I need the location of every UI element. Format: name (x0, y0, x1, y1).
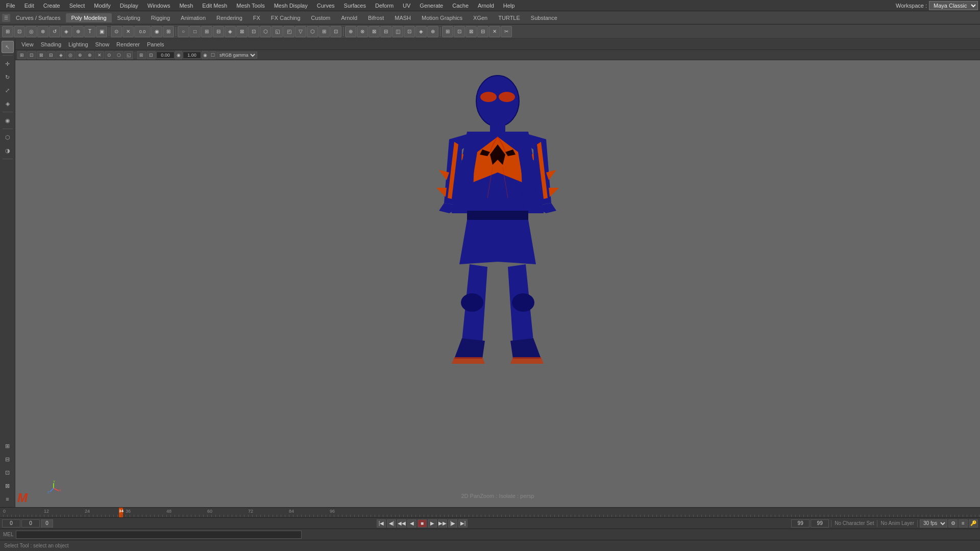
vp-input-field[interactable] (156, 52, 175, 59)
shelf-tab-fx-caching[interactable]: FX Caching (266, 13, 305, 22)
tool-lasso[interactable]: ⬡ (2, 131, 14, 143)
vp-menu-lighting[interactable]: Lighting (65, 40, 91, 48)
tb-btn-28[interactable]: ⊕ (345, 26, 356, 37)
menu-item-edit-mesh[interactable]: Edit Mesh (198, 2, 231, 10)
menu-item-modify[interactable]: Modify (90, 2, 114, 10)
tool-paint[interactable]: ◑ (2, 144, 14, 157)
tool-universal[interactable]: ◈ (2, 97, 14, 110)
tb-btn-6[interactable]: ◈ (61, 26, 72, 37)
tool-move[interactable]: ✛ (2, 58, 14, 70)
tb-btn-25[interactable]: ⬡ (307, 26, 318, 37)
vp-tool-6[interactable]: ◎ (66, 51, 75, 59)
tb-btn-22[interactable]: ◱ (272, 26, 283, 37)
vp-tool-2[interactable]: ⊡ (27, 51, 36, 59)
shelf-tab-xgen[interactable]: XGen (468, 13, 493, 22)
menu-item-arnold[interactable]: Arnold (474, 2, 498, 10)
vp-menu-panels[interactable]: Panels (144, 40, 167, 48)
playback-current-input[interactable] (21, 519, 40, 528)
menu-item-cache[interactable]: Cache (448, 2, 473, 10)
vp-tool-3[interactable]: ⊠ (37, 51, 46, 59)
menu-item-uv[interactable]: UV (399, 2, 414, 10)
pb-goto-start[interactable]: |◀ (377, 519, 386, 528)
menu-item-deform[interactable]: Deform (371, 2, 398, 10)
timeline-ruler[interactable]: 0 12 24 36 48 60 72 84 96 34 (3, 508, 980, 518)
tb-btn-29[interactable]: ⊗ (357, 26, 368, 37)
vp-tool-11[interactable]: ⬡ (114, 51, 124, 59)
menu-item-curves[interactable]: Curves (313, 2, 339, 10)
vp-tool-13[interactable]: ⊞ (137, 51, 146, 59)
tool-rotate[interactable]: ↻ (2, 71, 14, 83)
timeline-area[interactable]: 0 12 24 36 48 60 72 84 96 34 (0, 507, 980, 517)
tb-btn-24[interactable]: ▽ (295, 26, 306, 37)
vp-menu-show[interactable]: Show (92, 40, 113, 48)
tb-btn-14[interactable]: ○ (178, 26, 189, 37)
tb-btn-1[interactable]: ⊞ (2, 26, 13, 37)
tool-panel-4[interactable]: ⊠ (2, 480, 14, 492)
menu-item-surfaces[interactable]: Surfaces (340, 2, 370, 10)
tool-panel-2[interactable]: ⊟ (2, 453, 14, 465)
tb-btn-36[interactable]: ⊞ (442, 26, 453, 37)
tb-btn-16[interactable]: ⊞ (201, 26, 212, 37)
tool-select[interactable]: ↖ (2, 41, 14, 53)
tb-btn-8[interactable]: T (84, 26, 95, 37)
pb-auto-key[interactable]: 🔑 (969, 519, 978, 528)
tb-value-field[interactable]: 0.0 (134, 26, 151, 37)
tb-btn-4[interactable]: ⊗ (37, 26, 48, 37)
vp-tool-5[interactable]: ◈ (56, 51, 65, 59)
pb-step-back-key[interactable]: ◀| (387, 519, 396, 528)
tb-btn-39[interactable]: ⊟ (477, 26, 488, 37)
tb-btn-13[interactable]: ⊞ (163, 26, 174, 37)
tb-btn-31[interactable]: ⊟ (380, 26, 391, 37)
vp-input-field-2[interactable] (183, 52, 201, 59)
shelf-tab-motion-graphics[interactable]: Motion Graphics (416, 13, 468, 22)
pb-goto-end[interactable]: ▶| (458, 519, 468, 528)
tb-btn-9[interactable]: ▣ (96, 26, 107, 37)
tb-btn-27[interactable]: ⊡ (330, 26, 341, 37)
menu-item-help[interactable]: Help (499, 2, 519, 10)
tool-panel-5[interactable]: ≡ (2, 493, 14, 505)
tb-btn-30[interactable]: ⊠ (369, 26, 380, 37)
tb-btn-26[interactable]: ⊞ (318, 26, 330, 37)
tb-btn-19[interactable]: ⊠ (236, 26, 248, 37)
shelf-tab-poly-modeling[interactable]: Poly Modeling (66, 13, 111, 22)
pb-play-back[interactable]: ◀ (407, 519, 416, 528)
vp-tool-4[interactable]: ⊟ (46, 51, 56, 59)
playback-frame-display[interactable]: 0 (41, 519, 53, 528)
tool-panel-1[interactable]: ⊞ (2, 440, 14, 452)
shelf-tab-substance[interactable]: Substance (526, 13, 562, 22)
vp-tool-12[interactable]: ◱ (124, 51, 133, 59)
vp-menu-shading[interactable]: Shading (38, 40, 64, 48)
tb-btn-5[interactable]: ↺ (49, 26, 60, 37)
tb-btn-37[interactable]: ⊡ (454, 26, 465, 37)
playback-start-input[interactable] (2, 519, 20, 528)
pb-frame-count[interactable] (811, 519, 829, 528)
vp-tool-17[interactable]: ☐ (209, 51, 216, 59)
menu-item-mesh-display[interactable]: Mesh Display (270, 2, 312, 10)
pb-step-forward[interactable]: ▶▶ (438, 519, 447, 528)
tb-btn-11[interactable]: ✕ (122, 26, 134, 37)
pb-step-back[interactable]: ◀◀ (397, 519, 406, 528)
tb-btn-33[interactable]: ⊡ (404, 26, 415, 37)
shelf-tab-mash[interactable]: MASH (389, 13, 416, 22)
tool-panel-3[interactable]: ⊡ (2, 466, 14, 479)
tb-btn-41[interactable]: ✂ (501, 26, 512, 37)
tb-btn-2[interactable]: ⊡ (14, 26, 25, 37)
tb-btn-35[interactable]: ⊕ (427, 26, 438, 37)
shelf-tab-sculpting[interactable]: Sculpting (112, 13, 145, 22)
shelf-tab-turtle[interactable]: TURTLE (493, 13, 525, 22)
menu-item-create[interactable]: Create (39, 2, 64, 10)
pb-anim-layers[interactable]: ≡ (959, 519, 968, 528)
shelf-tab-custom[interactable]: Custom (306, 13, 335, 22)
menu-item-windows[interactable]: Windows (143, 2, 175, 10)
vp-menu-renderer[interactable]: Renderer (113, 40, 143, 48)
menu-item-edit[interactable]: Edit (20, 2, 38, 10)
shelf-tab-arnold[interactable]: Arnold (336, 13, 362, 22)
vp-tool-10[interactable]: ⊙ (105, 51, 114, 59)
tb-btn-23[interactable]: ◰ (283, 26, 295, 37)
tb-btn-32[interactable]: ◫ (392, 26, 403, 37)
pb-stop[interactable]: ■ (418, 519, 427, 528)
menu-item-mesh-tools[interactable]: Mesh Tools (232, 2, 268, 10)
vp-tool-15[interactable]: ◉ (175, 51, 182, 59)
vp-tool-7[interactable]: ⊕ (76, 51, 85, 59)
tb-btn-15[interactable]: □ (189, 26, 201, 37)
